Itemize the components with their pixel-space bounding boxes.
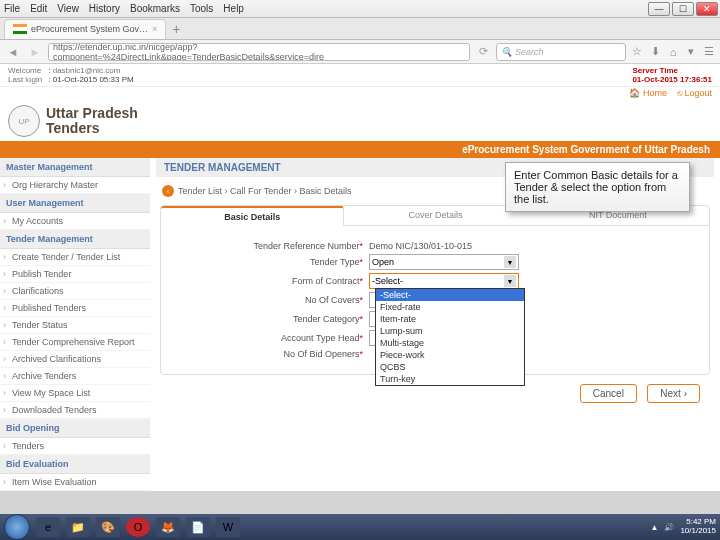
sidebar-item[interactable]: Item Wise Evaluation <box>0 474 150 491</box>
label-form-contract: Form of Contract* <box>169 276 369 286</box>
taskbar-explorer-icon[interactable]: 📁 <box>66 517 90 537</box>
taskbar-app-icon[interactable]: 📄 <box>186 517 210 537</box>
window-minimize[interactable]: — <box>648 2 670 16</box>
menu-file[interactable]: File <box>4 3 20 14</box>
page-content: WelcomeLast login : dasbnic1@nic.com: 01… <box>0 64 720 491</box>
start-button[interactable] <box>4 514 30 540</box>
sidebar-item[interactable]: My Accounts <box>0 213 150 230</box>
home-link[interactable]: 🏠 Home <box>629 88 667 98</box>
label-ref-number: Tender Reference Number* <box>169 241 369 251</box>
sidebar-item[interactable]: Create Tender / Tender List <box>0 249 150 266</box>
sidebar-section: Bid Evaluation <box>0 455 150 474</box>
instruction-callout: Enter Common Basic details for a Tender … <box>505 162 690 212</box>
tab-basic-details[interactable]: Basic Details <box>161 206 344 226</box>
label-bid-openers: No Of Bid Openers* <box>169 349 369 359</box>
menu-bookmarks[interactable]: Bookmarks <box>130 3 180 14</box>
server-time: Server Time01-Oct-2015 17:36:51 <box>632 66 712 84</box>
state-emblem-icon: UP <box>8 105 40 137</box>
forward-button[interactable]: ► <box>26 43 44 61</box>
taskbar-word-icon[interactable]: W <box>216 517 240 537</box>
back-icon[interactable]: ‹ <box>162 185 174 197</box>
sidebar-item[interactable]: Published Tenders <box>0 300 150 317</box>
menu-edit[interactable]: Edit <box>30 3 47 14</box>
main-panel: TENDER MANAGEMENT Enter Common Basic det… <box>150 158 720 491</box>
taskbar-clock[interactable]: 5:42 PM10/1/2015 <box>680 518 716 536</box>
dropdown-option[interactable]: QCBS <box>376 361 524 373</box>
taskbar-paint-icon[interactable]: 🎨 <box>96 517 120 537</box>
chevron-down-icon: ▼ <box>504 275 516 287</box>
sidebar-item[interactable]: Publish Tender <box>0 266 150 283</box>
window-maximize[interactable]: ☐ <box>672 2 694 16</box>
label-tender-category: Tender Category* <box>169 314 369 324</box>
sidebar-item[interactable]: Tender Status <box>0 317 150 334</box>
sidebar-item[interactable]: Downloaded Tenders <box>0 402 150 419</box>
back-button[interactable]: ◄ <box>4 43 22 61</box>
cancel-button[interactable]: Cancel <box>580 384 637 403</box>
tray-flag-icon[interactable]: ▲ <box>650 523 658 532</box>
downloads-icon[interactable]: ⬇ <box>648 45 662 59</box>
sidebar-section: Tender Management <box>0 230 150 249</box>
dropdown-option[interactable]: Lump-sum <box>376 325 524 337</box>
value-ref-number: Demo NIC/130/01-10-015 <box>369 241 472 251</box>
system-title-bar: eProcurement System Government of Uttar … <box>0 141 720 158</box>
home-icon[interactable]: ⌂ <box>666 45 680 59</box>
dropdown-option[interactable]: Turn-key <box>376 373 524 385</box>
sidebar-section: Master Management <box>0 158 150 177</box>
search-input[interactable]: 🔍 Search <box>496 43 626 61</box>
sidebar-item[interactable]: Clarifications <box>0 283 150 300</box>
sidebar-item[interactable]: Org Hierarchy Master <box>0 177 150 194</box>
top-info-bar: WelcomeLast login : dasbnic1@nic.com: 01… <box>0 64 720 87</box>
dropdown-option[interactable]: Piece-work <box>376 349 524 361</box>
menu-help[interactable]: Help <box>223 3 244 14</box>
select-form-contract[interactable]: -Select-▼ <box>369 273 519 289</box>
sidebar-nav: Master Management Org Hierarchy Master U… <box>0 158 150 491</box>
bookmarks-list-icon[interactable]: ▾ <box>684 45 698 59</box>
search-icon: 🔍 <box>501 47 512 57</box>
menu-tools[interactable]: Tools <box>190 3 213 14</box>
menu-history[interactable]: History <box>89 3 120 14</box>
label-no-covers: No Of Covers* <box>169 295 369 305</box>
logout-link[interactable]: ⎋ Logout <box>677 88 712 98</box>
tab-close-icon[interactable]: × <box>152 24 157 34</box>
form-panel: Basic Details Cover Details NIT Document… <box>160 205 710 375</box>
system-tray: ▲ 🔊 5:42 PM10/1/2015 <box>650 518 716 536</box>
dropdown-option[interactable]: Item-rate <box>376 313 524 325</box>
menu-view[interactable]: View <box>57 3 79 14</box>
tab-title: eProcurement System Gov… <box>31 24 148 34</box>
label-account-type: Account Type Head* <box>169 333 369 343</box>
windows-taskbar: e 📁 🎨 O 🦊 📄 W ▲ 🔊 5:42 PM10/1/2015 <box>0 514 720 540</box>
dropdown-option[interactable]: Fixed-rate <box>376 301 524 313</box>
label-tender-type: Tender Type* <box>169 257 369 267</box>
taskbar-firefox-icon[interactable]: 🦊 <box>156 517 180 537</box>
sidebar-item[interactable]: Tenders <box>0 438 150 455</box>
dropdown-option[interactable]: Multi-stage <box>376 337 524 349</box>
sidebar-section: Bid Opening <box>0 419 150 438</box>
sidebar-item[interactable]: View My Space List <box>0 385 150 402</box>
sidebar-item[interactable]: Tender Comprehensive Report <box>0 334 150 351</box>
window-close[interactable]: ✕ <box>696 2 718 16</box>
tray-network-icon[interactable]: 🔊 <box>664 523 674 532</box>
dropdown-form-contract: -Select- Fixed-rate Item-rate Lump-sum M… <box>375 288 525 386</box>
india-flag-icon <box>13 24 27 34</box>
sidebar-item[interactable]: Archived Clarifications <box>0 351 150 368</box>
brand-header: UP Uttar PradeshTenders <box>0 101 720 141</box>
sidebar-section: User Management <box>0 194 150 213</box>
sidebar-item[interactable]: Archive Tenders <box>0 368 150 385</box>
bookmark-star-icon[interactable]: ☆ <box>630 45 644 59</box>
browser-toolbar: ◄ ► https://etender.up.nic.in/nicgep/app… <box>0 40 720 64</box>
browser-tab[interactable]: eProcurement System Gov… × <box>4 19 166 39</box>
browser-tabstrip: eProcurement System Gov… × + <box>0 18 720 40</box>
select-tender-type[interactable]: Open▼ <box>369 254 519 270</box>
taskbar-ie-icon[interactable]: e <box>36 517 60 537</box>
chevron-down-icon: ▼ <box>504 256 516 268</box>
hamburger-menu-icon[interactable]: ☰ <box>702 45 716 59</box>
url-input[interactable]: https://etender.up.nic.in/nicgep/app?com… <box>48 43 470 61</box>
next-button[interactable]: Next › <box>647 384 700 403</box>
reload-button[interactable]: ⟳ <box>474 43 492 61</box>
taskbar-opera-icon[interactable]: O <box>126 517 150 537</box>
browser-menubar: File Edit View History Bookmarks Tools H… <box>0 0 720 18</box>
tab-cover-details[interactable]: Cover Details <box>344 206 526 226</box>
dropdown-option[interactable]: -Select- <box>376 289 524 301</box>
new-tab-button[interactable]: + <box>172 21 180 37</box>
